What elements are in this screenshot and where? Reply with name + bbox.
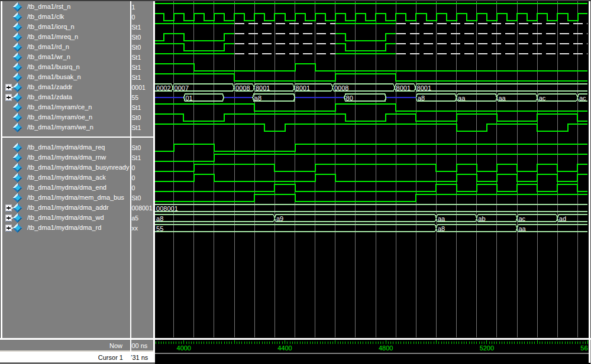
svg-text:5200: 5200 <box>480 344 494 352</box>
svg-text:/tb_dma1/mydma/dma_rnw: /tb_dma1/mydma/dma_rnw <box>27 154 106 161</box>
svg-text:0008: 0008 <box>235 84 250 92</box>
svg-text:a8: a8 <box>438 225 445 232</box>
svg-text:/tb_dma1/mreq_n: /tb_dma1/mreq_n <box>27 33 78 40</box>
svg-text:0: 0 <box>132 184 135 191</box>
svg-text:/tb_dma1/zdata: /tb_dma1/zdata <box>27 93 73 100</box>
svg-text:a8: a8 <box>254 95 261 102</box>
svg-text:/tb_dma1/mydma/dma_ack: /tb_dma1/mydma/dma_ack <box>27 174 106 181</box>
svg-text:/tb_dma1/clk: /tb_dma1/clk <box>27 13 64 20</box>
svg-text:01: 01 <box>185 95 192 102</box>
svg-text:/tb_dma1/mydma/mem_dma_bus: /tb_dma1/mydma/mem_dma_bus <box>27 194 124 201</box>
svg-text:8001: 8001 <box>396 84 411 92</box>
svg-text:ac: ac <box>579 95 586 102</box>
svg-text:0001: 0001 <box>132 84 146 91</box>
svg-text:8001: 8001 <box>296 84 310 92</box>
svg-text:ad: ad <box>559 215 566 222</box>
svg-text:ab: ab <box>478 215 485 222</box>
svg-text:St0: St0 <box>132 194 141 202</box>
svg-text:St1: St1 <box>132 154 141 161</box>
svg-text:0008: 0008 <box>334 84 348 92</box>
svg-text:Cursor 1: Cursor 1 <box>98 354 123 361</box>
svg-text:008001: 008001 <box>156 205 178 212</box>
svg-text:St0: St0 <box>132 144 141 151</box>
svg-text:a8: a8 <box>418 95 425 102</box>
svg-text:1: 1 <box>132 4 135 11</box>
svg-text:aa: aa <box>498 95 506 102</box>
svg-text:St1: St1 <box>132 124 141 131</box>
svg-text:0: 0 <box>132 174 135 181</box>
svg-text:St0: St0 <box>132 114 141 121</box>
svg-text:St0: St0 <box>132 34 141 41</box>
svg-text:St1: St1 <box>132 104 141 111</box>
svg-text:/tb_dma1/busrq_n: /tb_dma1/busrq_n <box>27 63 80 70</box>
svg-text:4000: 4000 <box>177 344 191 352</box>
svg-text:4800: 4800 <box>379 344 393 352</box>
svg-text:aa: aa <box>458 95 466 102</box>
svg-text:a5: a5 <box>132 214 139 222</box>
svg-text:8001: 8001 <box>256 84 270 92</box>
svg-text:St1: St1 <box>132 64 141 71</box>
svg-text:/tb_dma1/mydma/dma_busynready: /tb_dma1/mydma/dma_busynready <box>27 164 130 171</box>
svg-text:0: 0 <box>132 164 135 171</box>
svg-text:/tb_dma1/wr_n: /tb_dma1/wr_n <box>27 53 70 60</box>
svg-text:/tb_dma1/mydma/dma_end: /tb_dma1/mydma/dma_end <box>27 184 106 191</box>
svg-text:8001: 8001 <box>417 84 431 92</box>
svg-text:008001: 008001 <box>132 204 153 212</box>
svg-text:/tb_dma1/iorq_n: /tb_dma1/iorq_n <box>27 23 75 30</box>
svg-text:0002: 0002 <box>156 84 170 92</box>
svg-text:4400: 4400 <box>277 344 292 352</box>
svg-text:/tb_dma1/rd_n: /tb_dma1/rd_n <box>27 43 69 50</box>
svg-text:a9: a9 <box>276 215 283 222</box>
svg-text:55: 55 <box>132 94 139 101</box>
svg-text:aa: aa <box>519 225 527 232</box>
svg-text:St0: St0 <box>132 44 141 51</box>
svg-text:/tb_dma1/myram/oe_n: /tb_dma1/myram/oe_n <box>27 113 92 121</box>
svg-text:/tb_dma1/rst_n: /tb_dma1/rst_n <box>27 3 70 10</box>
svg-text:/tb_dma1/mydma/dma_wd: /tb_dma1/mydma/dma_wd <box>27 214 104 221</box>
svg-text:xx: xx <box>132 225 138 232</box>
svg-text:55: 55 <box>156 225 163 232</box>
svg-text:/tb_dma1/zaddr: /tb_dma1/zaddr <box>27 83 73 90</box>
svg-text:80: 80 <box>346 95 353 102</box>
svg-text:/tb_dma1/busak_n: /tb_dma1/busak_n <box>27 73 81 80</box>
svg-text:St1: St1 <box>132 24 141 31</box>
svg-text:0007: 0007 <box>175 84 189 92</box>
svg-text:/tb_dma1/myram/we_n: /tb_dma1/myram/we_n <box>27 124 93 131</box>
svg-text:ac: ac <box>519 215 526 222</box>
svg-text:/tb_dma1/mydma/dma_req: /tb_dma1/mydma/dma_req <box>27 144 105 151</box>
svg-text:St1: St1 <box>132 54 141 61</box>
svg-text:/tb_dma1/myram/ce_n: /tb_dma1/myram/ce_n <box>27 103 92 110</box>
svg-text:Now: Now <box>109 342 122 349</box>
svg-text:aa: aa <box>438 215 445 222</box>
svg-text:/tb_dma1/mydma/dma_rd: /tb_dma1/mydma/dma_rd <box>27 224 101 231</box>
svg-text:/tb_dma1/mydma/dma_addr: /tb_dma1/mydma/dma_addr <box>27 204 109 211</box>
svg-text:0: 0 <box>132 14 135 21</box>
svg-text:St1: St1 <box>132 74 141 81</box>
svg-text:a8: a8 <box>156 215 163 222</box>
svg-text:ac: ac <box>539 95 546 102</box>
